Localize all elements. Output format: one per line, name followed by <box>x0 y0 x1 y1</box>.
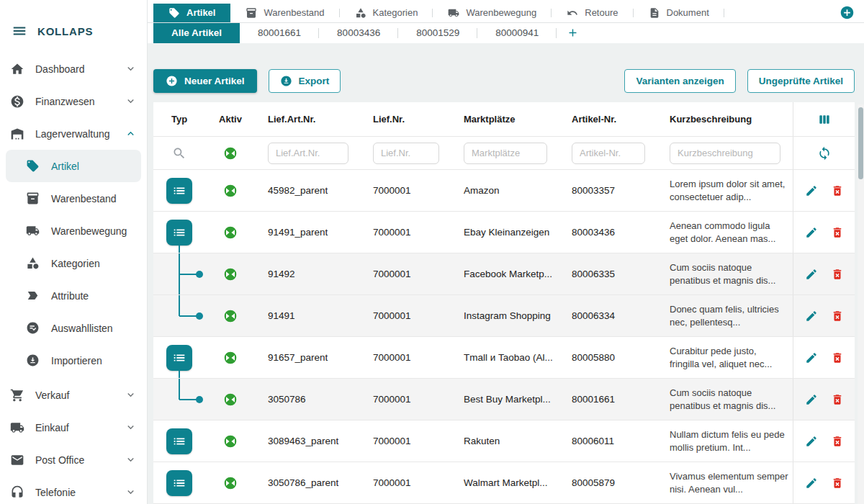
tab-warenbestand[interactable]: Warenbestand <box>230 4 339 22</box>
unchecked-articles-button[interactable]: Ungeprüfte Artikel <box>747 69 855 93</box>
edit-icon[interactable] <box>805 310 818 323</box>
row-actions-cell <box>793 462 855 503</box>
delivery-icon <box>10 420 24 435</box>
filter-artikel-nr-input[interactable] <box>572 143 645 164</box>
edit-icon[interactable] <box>805 477 818 490</box>
export-button[interactable]: Export <box>269 69 341 93</box>
lief-art-nr-cell: 91491 <box>256 295 361 336</box>
filter-lief-nr-input[interactable] <box>373 143 439 164</box>
artikel-nr-cell: 80006011 <box>559 420 657 462</box>
tab-kategorien[interactable]: Kategorien <box>340 4 433 22</box>
sidebar-item-post-office[interactable]: Post Office <box>0 444 147 476</box>
row-actions-cell <box>793 337 855 378</box>
tab-label: Artikel <box>186 7 215 18</box>
sidebar-item-lagerverwaltung[interactable]: Lagerverwaltung <box>0 117 147 150</box>
new-article-label: Neuer Artikel <box>184 76 245 86</box>
subtab-80001661[interactable]: 80001661 <box>240 23 319 43</box>
filter-lief-art-nr-cell <box>256 137 361 169</box>
refresh-icon[interactable] <box>817 146 832 161</box>
delete-icon[interactable] <box>831 435 844 448</box>
expand-list-button[interactable] <box>166 345 192 371</box>
aktiv-cell <box>205 379 256 420</box>
delete-icon[interactable] <box>831 310 844 323</box>
table-row: 914927000001Facebook Marketp...80006335C… <box>153 253 855 295</box>
sidebar-item-importieren[interactable]: Importieren <box>0 344 147 377</box>
sidebar-item-label: Warenbewegung <box>51 225 127 237</box>
marktplatz-cell: Best Buy Marketpl... <box>451 379 559 420</box>
typ-cell <box>153 295 205 336</box>
subtab-80003436[interactable]: 80003436 <box>319 23 398 43</box>
sidebar-item-einkauf[interactable]: Einkauf <box>0 411 147 444</box>
shapes-icon <box>355 7 366 19</box>
delete-icon[interactable] <box>831 226 844 239</box>
delete-icon[interactable] <box>831 393 844 406</box>
tab-artikel[interactable]: Artikel <box>153 4 230 22</box>
column-header-lief-art-nr[interactable]: Lief.Art.Nr. <box>256 102 361 136</box>
sidebar-item-warenbestand[interactable]: Warenbestand <box>0 182 147 215</box>
subtab-80000941[interactable]: 80000941 <box>477 23 557 43</box>
expand-list-button[interactable] <box>166 428 192 454</box>
sidebar-item-artikel[interactable]: Artikel <box>6 150 141 182</box>
tab-dokument[interactable]: Dokument <box>634 4 724 22</box>
sidebar-item-verkauf[interactable]: Verkauf <box>0 379 147 411</box>
filter-lief-art-nr-input[interactable] <box>268 143 348 164</box>
lief-nr-cell: 7000001 <box>361 420 451 462</box>
edit-icon[interactable] <box>805 226 818 239</box>
table-row: 914917000001Instagram Shopping80006334Do… <box>153 295 855 337</box>
expand-list-button[interactable] <box>166 470 192 496</box>
column-header-aktiv[interactable]: Aktiv <box>205 102 256 136</box>
delete-icon[interactable] <box>831 351 844 364</box>
menu-icon[interactable] <box>12 23 27 39</box>
sidebar-item-warenbewegung[interactable]: Warenbewegung <box>0 215 147 247</box>
sidebar-item-label: Kategorien <box>51 258 100 269</box>
active-status-icon[interactable] <box>223 146 238 161</box>
subtab-80001529[interactable]: 80001529 <box>398 23 477 43</box>
mail-icon <box>10 453 24 467</box>
lief-art-nr-cell: 3089463_parent <box>256 420 361 462</box>
tab-warenbewegung[interactable]: Warenbewegung <box>433 4 552 22</box>
delete-icon[interactable] <box>831 268 844 281</box>
edit-icon[interactable] <box>805 351 818 364</box>
add-article-tab-icon[interactable] <box>557 23 588 43</box>
new-article-button[interactable]: Neuer Artikel <box>153 69 257 93</box>
column-header-marktplaetze[interactable]: Marktplätze <box>451 102 559 136</box>
expand-list-button[interactable] <box>166 220 192 246</box>
sidebar-item-attribute[interactable]: Attribute <box>0 279 147 312</box>
tree-connector <box>179 295 180 316</box>
sidebar-item-kategorien[interactable]: Kategorien <box>0 247 147 279</box>
table-row: 30507867000001Best Buy Marketpl...800016… <box>153 379 855 420</box>
sidebar-item-telefonie[interactable]: Telefonie <box>0 476 147 504</box>
add-tab-icon[interactable] <box>840 5 855 20</box>
scrollbar-thumb[interactable] <box>858 107 863 179</box>
filter-kurzbeschreibung-input[interactable] <box>670 143 780 164</box>
unchecked-articles-label: Ungeprüfte Artikel <box>759 76 843 86</box>
show-variants-button[interactable]: Varianten anzeigen <box>624 69 735 93</box>
kurzbeschreibung-cell: Aenean commodo ligula eget dolor. Aenean… <box>657 212 793 253</box>
edit-icon[interactable] <box>805 393 818 406</box>
edit-icon[interactable] <box>805 268 818 281</box>
tree-connector <box>179 274 197 275</box>
sidebar-item-label: Finanzwesen <box>35 96 95 107</box>
column-header-artikel-nr[interactable]: Artikel-Nr. <box>559 102 657 136</box>
tab-retoure[interactable]: Retoure <box>552 4 633 22</box>
filter-marktplaetze-input[interactable] <box>464 143 547 164</box>
column-header-lief-nr[interactable]: Lief.Nr. <box>361 102 451 136</box>
sidebar-item-finanzwesen[interactable]: Finanzwesen <box>0 85 147 117</box>
sidebar-item-dashboard[interactable]: Dashboard <box>0 53 147 85</box>
column-header-kurzbeschreibung[interactable]: Kurzbeschreibung <box>657 102 793 136</box>
lief-nr-cell: 7000001 <box>361 253 451 294</box>
sidebar-item-auswahllisten[interactable]: Auswahllisten <box>0 312 147 344</box>
delete-icon[interactable] <box>831 477 844 490</box>
column-header-typ[interactable]: Typ <box>153 102 205 136</box>
scrollbar-track[interactable] <box>858 104 864 504</box>
edit-icon[interactable] <box>805 184 818 197</box>
columns-icon[interactable] <box>817 112 832 127</box>
chevron-up-icon <box>125 127 137 140</box>
subtab-alle-artikel[interactable]: Alle Artikel <box>153 23 240 43</box>
lief-nr-cell: 7000001 <box>361 170 451 211</box>
search-icon[interactable] <box>172 146 186 161</box>
delete-icon[interactable] <box>831 184 844 197</box>
edit-icon[interactable] <box>805 435 818 448</box>
expand-list-button[interactable] <box>166 178 192 204</box>
document-icon <box>649 7 660 19</box>
